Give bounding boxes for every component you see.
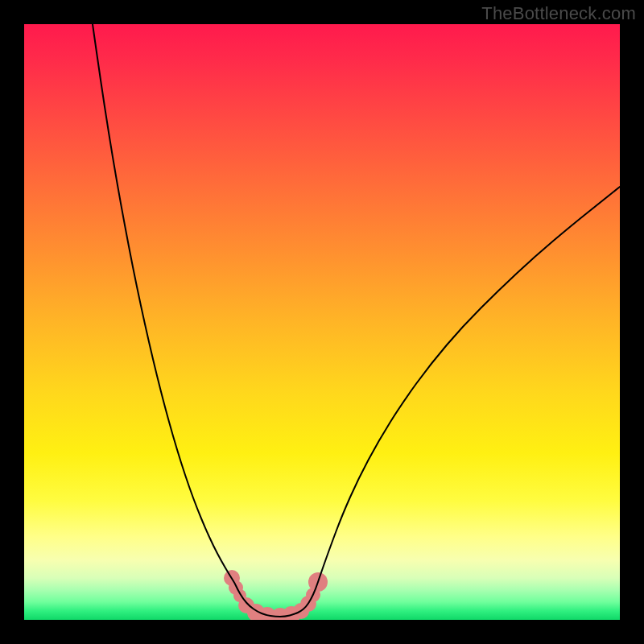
curve-layer — [24, 24, 620, 620]
chart-frame: TheBottleneck.com — [0, 0, 644, 644]
bottleneck-curve — [93, 24, 620, 617]
plot-area — [24, 24, 620, 620]
markers-group — [224, 570, 328, 620]
attribution-label: TheBottleneck.com — [481, 3, 636, 24]
